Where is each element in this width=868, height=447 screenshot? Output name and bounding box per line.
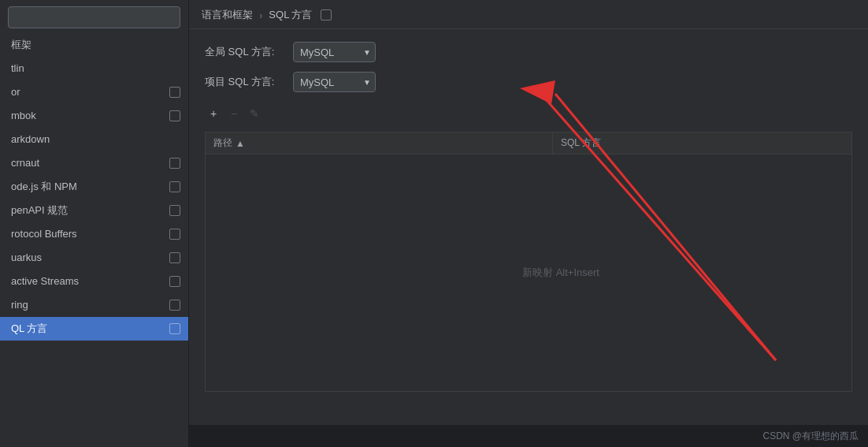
breadcrumb: 语言和框架 › SQL 方言 <box>189 0 868 29</box>
bottom-bar-label: CSDN @有理想的西瓜 <box>762 430 859 443</box>
breadcrumb-separator: › <box>259 9 262 21</box>
breadcrumb-icon <box>321 9 332 20</box>
sidebar-item-label: QL 方言 <box>11 320 169 337</box>
item-icon <box>169 323 180 334</box>
sidebar-item-ring[interactable]: ring <box>0 293 188 317</box>
empty-hint: 新映射 Alt+Insert <box>522 266 599 280</box>
global-sql-select-wrapper[interactable]: MySQL PostgreSQL SQLite ▼ <box>293 42 376 62</box>
project-sql-row: 项目 SQL 方言: MySQL PostgreSQL SQLite ▼ <box>205 72 852 92</box>
sidebar-item-crnaut[interactable]: crnaut <box>0 151 188 175</box>
sidebar-item-label: ode.js 和 NPM <box>11 178 169 196</box>
global-sql-row: 全局 SQL 方言: MySQL PostgreSQL SQLite ▼ <box>205 42 852 62</box>
bottom-bar: CSDN @有理想的西瓜 <box>189 425 868 447</box>
table-col-sql-label: SQL 方言 <box>561 136 601 150</box>
table-col-path-label: 路径 <box>213 136 232 150</box>
sidebar-items-list: 框架 tlin or mbok arkdown crnaut ode.js 和 … <box>0 33 188 447</box>
item-icon <box>169 300 180 311</box>
sidebar-search[interactable] <box>8 6 180 28</box>
sidebar-item-nodejs[interactable]: ode.js 和 NPM <box>0 175 188 199</box>
remove-button[interactable]: − <box>225 105 243 122</box>
sidebar-item-label: crnaut <box>11 155 169 172</box>
sidebar-item-protocol-buffers[interactable]: rotocol Buffers <box>0 222 188 246</box>
global-sql-label: 全局 SQL 方言: <box>205 45 284 59</box>
sidebar-item-active-streams[interactable]: active Streams <box>0 270 188 293</box>
project-sql-select-wrapper[interactable]: MySQL PostgreSQL SQLite ▼ <box>293 72 376 92</box>
sidebar-item-label: rotocol Buffers <box>11 225 169 243</box>
table-col-sql: SQL 方言 <box>552 132 851 154</box>
sidebar-item-label: arkdown <box>11 131 180 148</box>
item-icon <box>169 110 180 121</box>
sidebar-item-label: active Streams <box>11 273 169 290</box>
main-panel: 语言和框架 › SQL 方言 全局 SQL 方言: MySQL PostgreS… <box>189 0 868 447</box>
breadcrumb-parent: 语言和框架 <box>202 8 253 22</box>
sidebar-item-label: mbok <box>11 107 169 125</box>
sort-indicator: ▲ <box>236 138 245 149</box>
sidebar-item-quarkus[interactable]: uarkus <box>0 246 188 270</box>
sidebar-item-openapi[interactable]: penAPI 规范 <box>0 199 188 222</box>
table-col-path: 路径 ▲ <box>206 132 552 154</box>
sidebar-item-label: uarkus <box>11 249 169 266</box>
sidebar-item-sql-dialect[interactable]: QL 方言 <box>0 317 188 341</box>
item-icon <box>169 205 180 216</box>
sidebar-item-or[interactable]: or <box>0 80 188 104</box>
sidebar-item-mbok[interactable]: mbok <box>0 104 188 128</box>
project-sql-label: 项目 SQL 方言: <box>205 75 284 89</box>
item-icon <box>169 252 180 263</box>
add-button[interactable]: + <box>205 105 222 122</box>
global-sql-select[interactable]: MySQL PostgreSQL SQLite <box>293 42 376 62</box>
table-body: 新映射 Alt+Insert <box>206 155 851 391</box>
content-wrapper: 全局 SQL 方言: MySQL PostgreSQL SQLite ▼ 项目 … <box>189 29 868 447</box>
breadcrumb-current: SQL 方言 <box>269 8 312 22</box>
content-area: 全局 SQL 方言: MySQL PostgreSQL SQLite ▼ 项目 … <box>189 29 868 425</box>
sidebar-item-label: penAPI 规范 <box>11 202 169 219</box>
dialect-table: 路径 ▲ SQL 方言 新映射 Alt+Insert <box>205 132 852 392</box>
sidebar-item-label: ring <box>11 296 169 314</box>
item-icon <box>169 158 180 169</box>
sidebar: 框架 tlin or mbok arkdown crnaut ode.js 和 … <box>0 0 189 447</box>
sidebar-item-framework[interactable]: 框架 <box>0 33 188 57</box>
edit-button[interactable]: ✎ <box>246 105 263 122</box>
table-toolbar: + − ✎ <box>205 102 852 125</box>
sidebar-item-tlin[interactable]: tlin <box>0 57 188 80</box>
item-icon <box>169 181 180 192</box>
item-icon <box>169 87 180 98</box>
sidebar-item-label: or <box>11 84 169 101</box>
project-sql-select[interactable]: MySQL PostgreSQL SQLite <box>293 72 376 92</box>
item-icon <box>169 276 180 287</box>
sidebar-item-label: 框架 <box>11 36 180 54</box>
sidebar-item-arkdown[interactable]: arkdown <box>0 128 188 151</box>
item-icon <box>169 229 180 240</box>
sidebar-item-label: tlin <box>11 60 180 77</box>
table-header: 路径 ▲ SQL 方言 <box>206 132 851 155</box>
